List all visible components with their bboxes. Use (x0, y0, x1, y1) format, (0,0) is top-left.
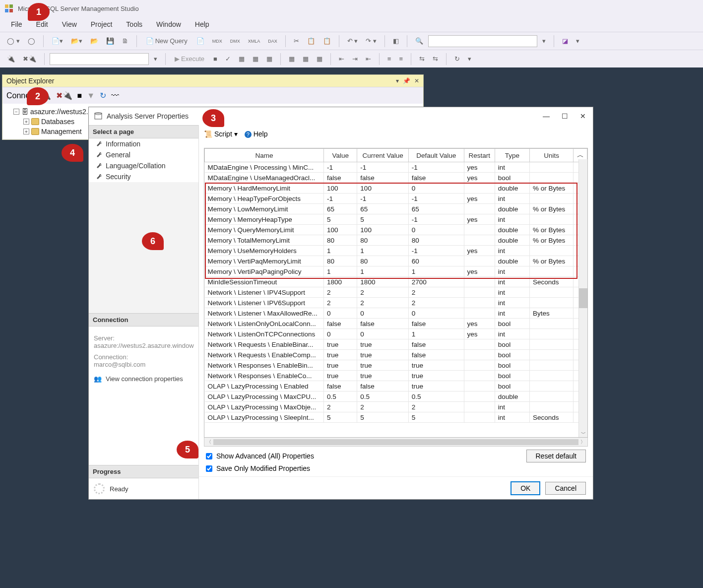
align2-icon[interactable]: ⇆ (430, 54, 441, 64)
table-cell[interactable] (464, 392, 495, 402)
table-cell[interactable]: 100 (324, 183, 357, 194)
nav-forward-icon[interactable]: ◯ (25, 36, 38, 46)
table-cell[interactable]: Memory \ HardMemoryLimit (205, 183, 324, 194)
table-cell[interactable]: 0 (408, 183, 464, 194)
table-cell[interactable] (530, 298, 574, 308)
ok-button[interactable]: OK (511, 481, 540, 495)
col-restart[interactable]: Restart (464, 149, 495, 162)
table-cell[interactable]: Network \ Listener \ IPV4Support (205, 287, 324, 298)
table-cell[interactable]: int (495, 214, 529, 225)
table-row[interactable]: MinIdleSessionTimeout180018002700intSeco… (205, 277, 587, 287)
table-cell[interactable]: false (357, 173, 408, 183)
table-cell[interactable]: bool (495, 173, 529, 183)
table-cell[interactable]: % or Bytes (530, 256, 574, 266)
table-cell[interactable]: 80 (357, 256, 408, 266)
table-cell[interactable]: yes (464, 173, 495, 183)
toolbar2-overflow-icon[interactable]: ▾ (465, 54, 474, 64)
new-item-icon[interactable]: 📄▾ (49, 36, 66, 46)
table-cell[interactable]: % or Bytes (530, 235, 574, 246)
table-cell[interactable]: OLAP \ LazyProcessing \ MaxObje... (205, 402, 324, 412)
table-cell[interactable] (530, 194, 574, 204)
table-cell[interactable]: Memory \ VertiPaqMemoryLimit (205, 256, 324, 266)
table-row[interactable]: MDataEngine \ UseManagedOracl...falsefal… (205, 173, 587, 183)
table-row[interactable]: Network \ Listener \ IPV6Support222int (205, 298, 587, 308)
table-cell[interactable] (530, 371, 574, 381)
table-cell[interactable]: yes (464, 214, 495, 225)
table-cell[interactable] (464, 360, 495, 371)
table-cell[interactable]: true (324, 339, 357, 350)
table-cell[interactable]: 65 (357, 204, 408, 214)
save-all-icon[interactable]: 🗎 (119, 36, 131, 46)
table-cell[interactable]: 80 (324, 235, 357, 246)
align-icon[interactable]: ⇆ (416, 54, 428, 64)
nav-back-icon[interactable]: ◯ ▾ (4, 36, 23, 46)
col-type[interactable]: Type (495, 149, 529, 162)
disconnect-icon[interactable]: ✖🔌 (20, 54, 39, 64)
table-row[interactable]: MDataEngine \ Processing \ MinC...-1-1-1… (205, 162, 587, 173)
table-cell[interactable] (530, 266, 574, 277)
table-cell[interactable]: yes (464, 162, 495, 173)
indent2-icon[interactable]: ⇤ (363, 54, 374, 64)
table-row[interactable]: Memory \ HeapTypeForObjects-1-1-1yesint (205, 194, 587, 204)
table-cell[interactable]: 5 (408, 412, 464, 423)
table-cell[interactable]: -1 (357, 162, 408, 173)
table-cell[interactable]: Network \ Listener \ MaxAllowedRe... (205, 308, 324, 319)
table-cell[interactable] (530, 339, 574, 350)
table-cell[interactable]: 2 (408, 298, 464, 308)
minimize-button[interactable]: — (543, 112, 550, 120)
table-cell[interactable] (530, 287, 574, 298)
table-cell[interactable]: -1 (357, 194, 408, 204)
open-file-icon[interactable]: 📂 (87, 36, 101, 46)
table-cell[interactable]: int (495, 194, 529, 204)
table-cell[interactable]: 2 (408, 287, 464, 298)
grid-icon[interactable]: ▦ (250, 54, 261, 64)
table-cell[interactable]: Network \ Listener \ IPV6Support (205, 298, 324, 308)
help-button[interactable]: ? Help (245, 130, 268, 138)
horizontal-scrollbar[interactable]: 〈 〉 (204, 438, 588, 447)
expand-icon[interactable]: + (23, 129, 29, 134)
table-cell[interactable]: true (357, 371, 408, 381)
table-cell[interactable]: Memory \ QueryMemoryLimit (205, 225, 324, 235)
table-cell[interactable]: 2 (324, 287, 357, 298)
save-icon[interactable]: 💾 (103, 36, 117, 46)
table-cell[interactable]: false (357, 319, 408, 329)
table-cell[interactable]: 1 (357, 246, 408, 256)
table-row[interactable]: OLAP \ LazyProcessing \ MaxCPU...0.50.50… (205, 392, 587, 402)
search-icon[interactable]: 🔍 (412, 36, 426, 46)
table-cell[interactable]: -1 (408, 162, 464, 173)
table-cell[interactable]: bool (495, 371, 529, 381)
table-cell[interactable] (530, 329, 574, 339)
table-cell[interactable] (464, 277, 495, 287)
table-row[interactable]: Network \ Listener \ IPV4Support222int (205, 287, 587, 298)
refresh-oe-icon[interactable]: ↻ (100, 91, 106, 100)
table-cell[interactable]: false (408, 350, 464, 360)
table-cell[interactable] (464, 371, 495, 381)
table-cell[interactable]: % or Bytes (530, 204, 574, 214)
table-cell[interactable]: yes (464, 194, 495, 204)
table-cell[interactable]: -1 (324, 194, 357, 204)
table-cell[interactable]: 1 (357, 266, 408, 277)
table-row[interactable]: Network \ Responses \ EnableBin...truetr… (205, 360, 587, 371)
table-cell[interactable] (464, 204, 495, 214)
refresh-icon[interactable]: ↻ (451, 54, 463, 64)
table-cell[interactable]: 2 (357, 298, 408, 308)
table-cell[interactable]: Network \ ListenOnlyOnLocalConn... (205, 319, 324, 329)
table-row[interactable]: Network \ ListenOnlyOnLocalConn...falsef… (205, 319, 587, 329)
table-cell[interactable]: bool (495, 360, 529, 371)
extension-icon[interactable]: ◪ (559, 36, 571, 46)
table-cell[interactable]: true (408, 360, 464, 371)
table-row[interactable]: Network \ Listener \ MaxAllowedRe...000i… (205, 308, 587, 319)
table-cell[interactable]: 2 (357, 402, 408, 412)
table-row[interactable]: Network \ Requests \ EnableBinar...truet… (205, 339, 587, 350)
uncomment-icon[interactable]: ≡ (396, 54, 406, 64)
cut-icon[interactable]: ✂ (291, 36, 302, 46)
col-units[interactable]: Units (530, 149, 574, 162)
table-cell[interactable]: Memory \ HeapTypeForObjects (205, 194, 324, 204)
page-information[interactable]: Information (89, 138, 198, 149)
col-name[interactable]: Name (205, 149, 324, 162)
table-cell[interactable]: 100 (324, 225, 357, 235)
table-cell[interactable]: 2700 (408, 277, 464, 287)
table-cell[interactable] (464, 308, 495, 319)
table-cell[interactable]: false (324, 381, 357, 392)
table-row[interactable]: Memory \ MemoryHeapType55-1yesint (205, 214, 587, 225)
